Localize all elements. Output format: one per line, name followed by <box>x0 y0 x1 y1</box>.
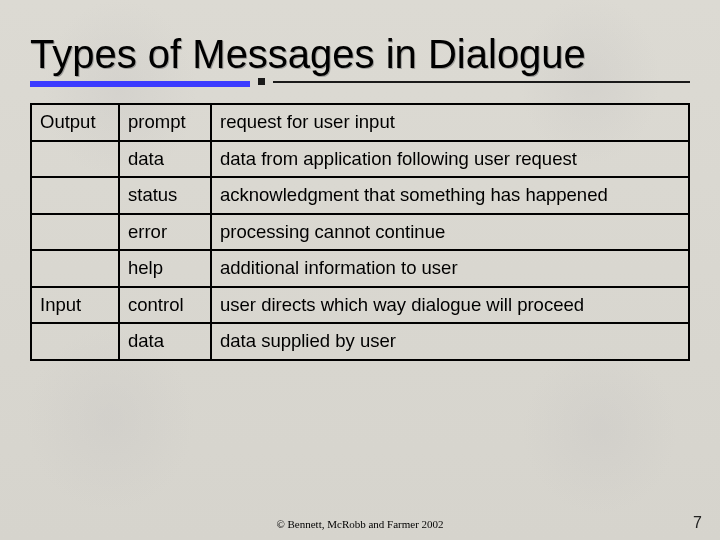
category-cell <box>31 323 119 360</box>
accent-bar <box>30 81 250 87</box>
thin-rule <box>273 81 690 83</box>
table-row: Input control user directs which way dia… <box>31 287 689 324</box>
type-cell: help <box>119 250 211 287</box>
table-row: data data supplied by user <box>31 323 689 360</box>
desc-cell: additional information to user <box>211 250 689 287</box>
table-row: help additional information to user <box>31 250 689 287</box>
desc-cell: processing cannot continue <box>211 214 689 251</box>
title-wrap: Types of Messages in Dialogue <box>0 0 720 76</box>
square-icon <box>258 78 265 85</box>
slide: Types of Messages in Dialogue Output pro… <box>0 0 720 540</box>
category-cell: Output <box>31 104 119 141</box>
copyright-footer: © Bennett, McRobb and Farmer 2002 <box>0 518 720 530</box>
table-row: data data from application following use… <box>31 141 689 178</box>
type-cell: status <box>119 177 211 214</box>
category-cell <box>31 214 119 251</box>
table-row: error processing cannot continue <box>31 214 689 251</box>
type-cell: prompt <box>119 104 211 141</box>
messages-table: Output prompt request for user input dat… <box>30 103 690 361</box>
desc-cell: user directs which way dialogue will pro… <box>211 287 689 324</box>
category-cell: Input <box>31 287 119 324</box>
type-cell: data <box>119 323 211 360</box>
table-row: status acknowledgment that something has… <box>31 177 689 214</box>
desc-cell: request for user input <box>211 104 689 141</box>
page-number: 7 <box>693 514 702 532</box>
category-cell <box>31 141 119 178</box>
category-cell <box>31 250 119 287</box>
desc-cell: acknowledgment that something has happen… <box>211 177 689 214</box>
type-cell: data <box>119 141 211 178</box>
desc-cell: data from application following user req… <box>211 141 689 178</box>
table-row: Output prompt request for user input <box>31 104 689 141</box>
title-underline <box>0 76 720 99</box>
type-cell: error <box>119 214 211 251</box>
desc-cell: data supplied by user <box>211 323 689 360</box>
type-cell: control <box>119 287 211 324</box>
slide-title: Types of Messages in Dialogue <box>30 32 690 76</box>
category-cell <box>31 177 119 214</box>
